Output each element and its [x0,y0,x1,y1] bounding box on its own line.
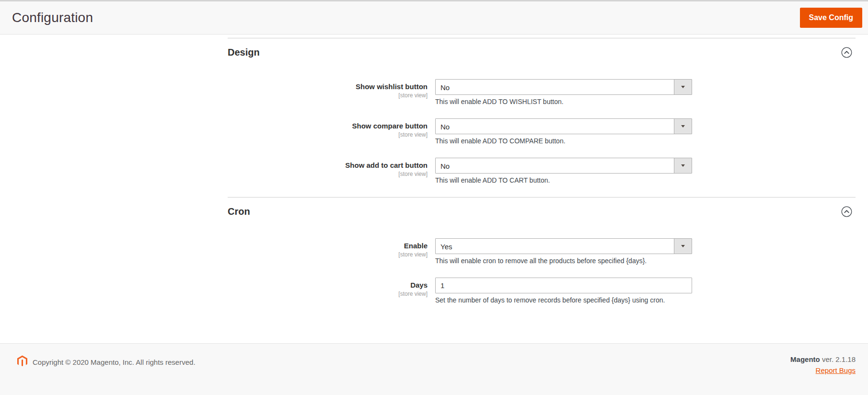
field-row-show-compare: Show compare button [store view] No This… [228,118,856,145]
show-wishlist-select[interactable]: No [435,79,692,95]
page-title: Configuration [12,10,93,25]
chevron-up-circle-icon [841,211,852,219]
field-note: This will enable ADD TO COMPARE button. [435,137,692,145]
chevron-down-icon [674,80,692,94]
chevron-down-icon [674,239,692,254]
copyright-text: Copyright © 2020 Magento, Inc. All right… [33,358,196,366]
magento-logo-icon [17,355,27,369]
section-cron-header: Cron [228,206,856,217]
footer-right: Magento ver. 2.1.18 Report Bugs [790,355,856,375]
field-scope: [store view] [228,251,428,258]
field-label: Show add to cart button [store view] [228,158,435,185]
field-label: Show wishlist button [store view] [228,79,435,106]
section-title-design: Design [228,46,260,58]
select-value: No [440,83,450,91]
select-value: No [440,122,450,130]
field-row-show-wishlist: Show wishlist button [store view] No Thi… [228,79,856,106]
field-control: Set the number of days to remove records… [435,278,692,304]
field-label-text: Show compare button [228,122,428,131]
chevron-down-icon [674,158,692,173]
field-label-text: Show add to cart button [228,161,428,170]
chevron-up-circle-icon [841,52,852,59]
chevron-down-icon [674,119,692,134]
cron-collapse-button[interactable] [841,206,852,217]
field-note: This will enable ADD TO WISHLIST button. [435,98,692,106]
field-control: Yes This will enable cron to remove all … [435,238,692,265]
field-control: No This will enable ADD TO CART button. [435,158,692,185]
field-note: This will enable ADD TO CART button. [435,176,692,185]
field-scope: [store view] [228,171,428,177]
show-compare-select[interactable]: No [435,118,692,134]
config-form: Design Show wishlist button [store view] [228,38,856,304]
field-label-text: Show wishlist button [228,82,428,92]
field-label: Enable [store view] [228,238,435,265]
cron-enable-select[interactable]: Yes [435,238,692,254]
version-number: ver. 2.1.18 [822,355,856,363]
page-header: Configuration Save Config [0,1,868,35]
page-footer: Copyright © 2020 Magento, Inc. All right… [0,343,868,395]
field-control: No This will enable ADD TO COMPARE butto… [435,118,692,145]
field-label-text: Enable [228,242,428,251]
field-label: Days [store view] [228,278,435,304]
cron-days-input[interactable] [435,278,692,293]
field-scope: [store view] [228,131,428,138]
version-line: Magento ver. 2.1.18 [790,355,856,363]
field-scope: [store view] [228,290,428,297]
field-row-show-add-to-cart: Show add to cart button [store view] No … [228,158,856,185]
select-value: No [440,162,450,170]
section-title-cron: Cron [228,206,250,217]
field-label-text: Days [228,281,428,290]
section-design-header: Design [228,46,856,58]
design-fields: Show wishlist button [store view] No Thi… [228,79,856,185]
field-note: Set the number of days to remove records… [435,296,692,304]
footer-left: Copyright © 2020 Magento, Inc. All right… [17,355,196,369]
field-scope: [store view] [228,92,428,99]
field-control: No This will enable ADD TO WISHLIST butt… [435,79,692,106]
section-cron: Cron Enable [store view] Yes [228,197,856,304]
select-value: Yes [440,242,452,250]
field-label: Show compare button [store view] [228,118,435,145]
brand-name: Magento [790,355,820,363]
field-row-cron-enable: Enable [store view] Yes This will enable… [228,238,856,265]
report-bugs-link[interactable]: Report Bugs [816,366,856,374]
save-config-button[interactable]: Save Config [800,8,862,28]
design-collapse-button[interactable] [841,47,852,58]
cron-fields: Enable [store view] Yes This will enable… [228,238,856,304]
section-design: Design Show wishlist button [store view] [228,38,856,185]
field-row-cron-days: Days [store view] Set the number of days… [228,278,856,304]
show-add-to-cart-select[interactable]: No [435,158,692,174]
field-note: This will enable cron to remove all the … [435,257,692,265]
